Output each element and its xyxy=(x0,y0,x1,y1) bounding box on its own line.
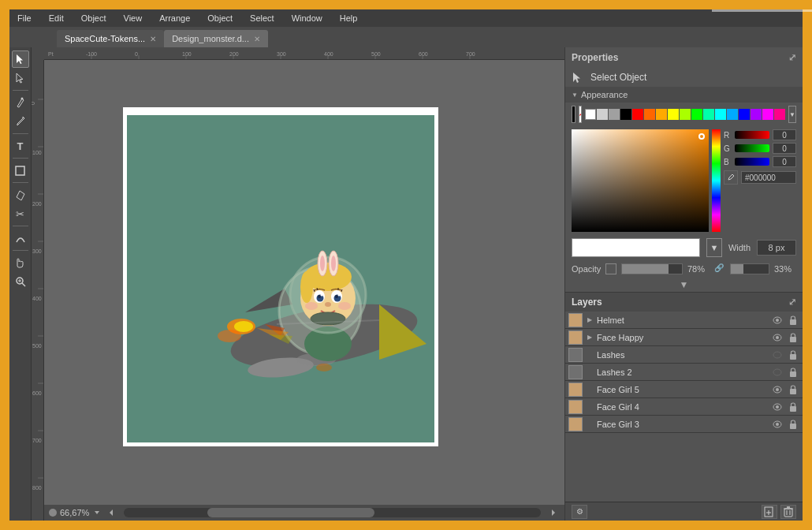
swatch-pink[interactable] xyxy=(774,109,785,120)
layers-list[interactable]: ▶ Helmet ▶ Face Happy xyxy=(565,312,803,502)
menu-object[interactable]: Object xyxy=(78,12,110,24)
r-bar[interactable] xyxy=(735,131,769,139)
tab-spacecute-close[interactable]: ✕ xyxy=(150,35,156,43)
layer-face-girl5-lock[interactable] xyxy=(787,383,799,396)
tool-select[interactable] xyxy=(12,50,29,68)
g-value[interactable] xyxy=(773,143,796,154)
layer-face-happy[interactable]: ▶ Face Happy xyxy=(565,329,803,346)
menu-select[interactable]: Select xyxy=(247,12,277,24)
tool-pen[interactable] xyxy=(12,94,29,111)
canvas-viewport[interactable] xyxy=(44,60,564,505)
tool-hand[interactable] xyxy=(12,254,29,271)
opacity-checkbox[interactable] xyxy=(605,263,616,274)
layer-helmet[interactable]: ▶ Helmet xyxy=(565,312,803,329)
swatch-magenta[interactable] xyxy=(762,109,773,120)
tool-type[interactable]: T xyxy=(12,137,29,155)
appearance-section-header[interactable]: ▼ Appearance xyxy=(565,87,803,103)
swatch-blue[interactable] xyxy=(739,109,750,120)
tab-spacecute[interactable]: SpaceCute-Tokens... ✕ xyxy=(57,30,164,47)
layer-lashes2-lock[interactable] xyxy=(787,366,799,379)
tab-design-monster[interactable]: Design_monster.d... ✕ xyxy=(164,30,268,47)
properties-expand-icon[interactable]: ⤢ xyxy=(788,52,796,63)
b-value[interactable] xyxy=(773,156,796,167)
link-icon[interactable]: 🔗 xyxy=(714,263,725,274)
layer-face-girl3-vis[interactable] xyxy=(771,418,784,431)
layer-face-happy-expand[interactable]: ▶ xyxy=(586,334,594,342)
layer-lashes2[interactable]: Lashes 2 xyxy=(565,364,803,381)
layers-new-btn[interactable] xyxy=(762,505,777,519)
expand-button[interactable]: ▼ xyxy=(680,279,689,290)
b-bar[interactable] xyxy=(735,158,769,166)
layer-face-girl4[interactable]: Face Girl 4 xyxy=(565,398,803,416)
scroll-left-btn[interactable] xyxy=(105,506,117,519)
layer-lashes2-vis[interactable] xyxy=(771,366,784,379)
hue-bar[interactable] xyxy=(712,129,721,232)
swatch-white[interactable] xyxy=(585,109,596,120)
swatch-lime[interactable] xyxy=(680,109,691,120)
swatch-cyan[interactable] xyxy=(715,109,726,120)
layer-face-happy-lock[interactable] xyxy=(787,331,799,344)
tool-eraser[interactable] xyxy=(12,186,29,203)
layer-helmet-expand[interactable]: ▶ xyxy=(586,316,594,324)
menu-edit[interactable]: Edit xyxy=(46,12,67,24)
menu-view[interactable]: View xyxy=(121,12,146,24)
layer-lashes-thumbnail xyxy=(568,348,583,362)
none-swatch[interactable] xyxy=(579,106,583,123)
svg-rect-46 xyxy=(127,115,434,442)
menu-window[interactable]: Window xyxy=(289,12,326,24)
tool-scissors[interactable]: ✂ xyxy=(12,205,29,222)
tool-direct-select[interactable] xyxy=(12,69,29,87)
menu-arrange[interactable]: Arrange xyxy=(156,12,193,24)
swatch-light-blue[interactable] xyxy=(727,109,738,120)
layer-lashes-vis[interactable] xyxy=(771,349,784,361)
layer-lashes-lock[interactable] xyxy=(787,349,799,361)
r-value[interactable] xyxy=(773,129,796,140)
scroll-right-btn[interactable] xyxy=(547,506,560,519)
menu-file[interactable]: File xyxy=(14,12,35,24)
horizontal-scrollbar[interactable] xyxy=(124,508,541,517)
swatch-ltgray[interactable] xyxy=(597,109,608,120)
swatch-purple[interactable] xyxy=(751,109,762,120)
eyedropper-btn[interactable] xyxy=(724,170,738,185)
swatch-red[interactable] xyxy=(632,109,643,120)
layer-helmet-lock[interactable] xyxy=(787,314,799,327)
swatch-teal[interactable] xyxy=(703,109,714,120)
layer-face-girl5-vis[interactable] xyxy=(771,383,784,396)
layers-delete-btn[interactable] xyxy=(780,505,796,519)
menu-object2[interactable]: Object xyxy=(204,12,236,24)
tab-design-monster-label: Design_monster.d... xyxy=(172,34,249,43)
layer-face-girl3[interactable]: Face Girl 3 xyxy=(565,416,803,433)
swatch-black2[interactable] xyxy=(620,109,631,120)
swatch-green[interactable] xyxy=(691,109,702,120)
tool-blend[interactable] xyxy=(12,230,29,247)
layers-settings-btn[interactable]: ⚙ xyxy=(572,505,587,519)
tool-rectangle[interactable] xyxy=(12,162,29,179)
g-bar[interactable] xyxy=(735,144,769,152)
tool-zoom[interactable] xyxy=(12,273,29,290)
fill-swatch[interactable] xyxy=(572,106,575,123)
layer-lashes2-expand xyxy=(586,368,594,376)
blend-opacity-slider[interactable] xyxy=(730,263,769,274)
palette-dropdown[interactable]: ▼ xyxy=(788,106,796,123)
swatch-orange[interactable] xyxy=(644,109,655,120)
width-input[interactable] xyxy=(757,240,796,256)
layer-face-girl5[interactable]: Face Girl 5 xyxy=(565,381,803,398)
stroke-preview[interactable] xyxy=(572,238,700,257)
swatch-yellow[interactable] xyxy=(668,109,679,120)
stroke-dropdown[interactable]: ▼ xyxy=(706,238,722,257)
layers-expand-icon[interactable]: ⤢ xyxy=(788,297,796,308)
swatch-yellow-orange[interactable] xyxy=(656,109,667,120)
layer-lashes[interactable]: Lashes xyxy=(565,346,803,364)
layer-helmet-vis[interactable] xyxy=(771,314,784,327)
tab-design-monster-close[interactable]: ✕ xyxy=(254,35,260,43)
layer-face-girl4-lock[interactable] xyxy=(787,401,799,413)
hex-input[interactable] xyxy=(741,171,796,184)
layer-face-happy-vis[interactable] xyxy=(771,331,784,344)
color-gradient[interactable] xyxy=(572,129,709,232)
tool-pencil[interactable] xyxy=(12,113,29,130)
opacity-slider[interactable] xyxy=(621,263,683,274)
menu-help[interactable]: Help xyxy=(337,12,361,24)
layer-face-girl4-vis[interactable] xyxy=(771,401,784,413)
swatch-gray[interactable] xyxy=(609,109,620,120)
layer-face-girl3-lock[interactable] xyxy=(787,418,799,431)
